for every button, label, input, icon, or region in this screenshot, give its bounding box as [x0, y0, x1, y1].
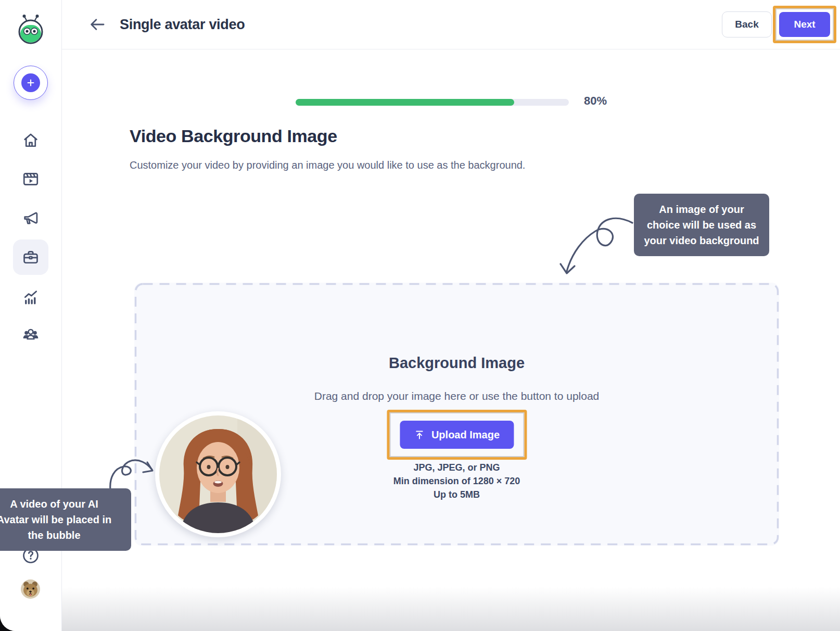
create-new-button[interactable] [14, 66, 48, 100]
briefcase-icon [22, 248, 40, 266]
page-subheading: Customize your video by providing an ima… [130, 159, 525, 171]
dropzone-title: Background Image [134, 355, 779, 372]
background-tooltip-line: your video background [639, 233, 764, 248]
background-tooltip-line: An image of your [639, 201, 764, 217]
page-heading: Video Background Image [130, 126, 337, 146]
home-icon[interactable] [22, 132, 40, 149]
upload-button-label: Upload Image [431, 429, 500, 441]
upload-icon [414, 430, 425, 440]
curly-arrow-to-dropzone [552, 210, 638, 283]
upload-image-button[interactable]: Upload Image [400, 421, 514, 449]
back-button[interactable]: Back [722, 11, 772, 37]
header: Single avatar video Back Next [62, 0, 840, 49]
video-projects-icon[interactable] [22, 170, 40, 188]
robot-logo-icon[interactable] [15, 14, 46, 46]
background-tooltip-line: choice will be used as [639, 217, 764, 233]
progress-bar [296, 99, 569, 106]
bottom-shadow [62, 587, 840, 631]
back-arrow-icon[interactable] [88, 16, 106, 33]
avatar-tooltip: A video of your AI Avatar will be placed… [0, 488, 131, 551]
sidebar-item-selected[interactable] [13, 239, 48, 275]
dropzone-instruction: Drag and drop your image here or use the… [134, 390, 779, 402]
presenter-avatar-photo [159, 415, 277, 533]
app-window: Single avatar video Back Next 80% Video … [0, 0, 840, 631]
analytics-icon[interactable] [22, 288, 40, 306]
background-tooltip: An image of your choice will be used as … [634, 194, 769, 256]
upload-button-highlight: Upload Image [387, 410, 527, 460]
page-title: Single avatar video [120, 17, 245, 33]
avatar-tooltip-line: A video of your AI [0, 496, 126, 512]
team-icon[interactable] [22, 326, 40, 344]
user-avatar[interactable] [21, 579, 40, 599]
next-button[interactable]: Next [779, 12, 830, 37]
avatar-tooltip-line: Avatar will be placed in [0, 512, 126, 527]
plus-icon [21, 73, 40, 92]
next-button-highlight: Next [773, 6, 836, 43]
progress-fill [296, 99, 514, 106]
avatar-preview-bubble [155, 411, 281, 537]
avatar-tooltip-line: the bubble [0, 527, 126, 543]
megaphone-icon[interactable] [22, 210, 40, 228]
curly-arrow-to-avatar [99, 445, 159, 492]
progress-percent: 80% [584, 94, 607, 108]
